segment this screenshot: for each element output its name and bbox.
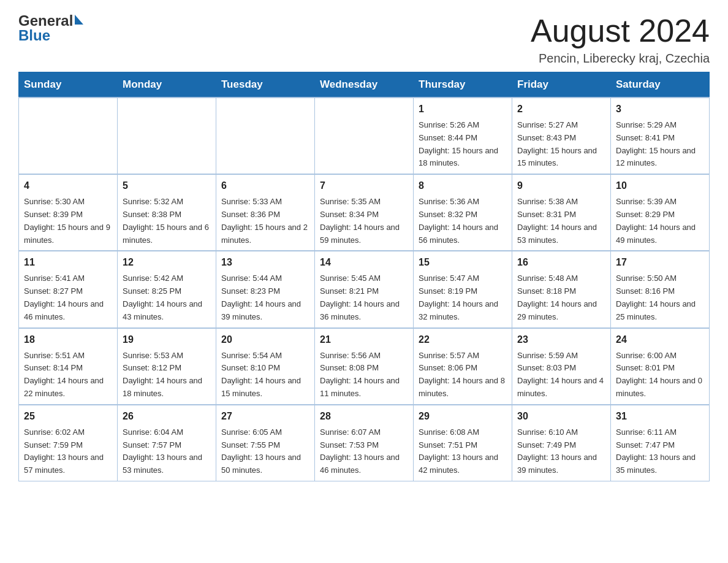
day-info: Sunrise: 5:27 AM Sunset: 8:43 PM Dayligh… <box>517 119 605 170</box>
day-info: Sunrise: 6:05 AM Sunset: 7:55 PM Dayligh… <box>221 426 309 477</box>
day-number: 24 <box>616 332 704 347</box>
calendar-cell: 2Sunrise: 5:27 AM Sunset: 8:43 PM Daylig… <box>512 98 611 174</box>
day-number: 5 <box>123 178 211 193</box>
calendar-cell: 7Sunrise: 5:35 AM Sunset: 8:34 PM Daylig… <box>315 174 414 251</box>
calendar-cell: 19Sunrise: 5:53 AM Sunset: 8:12 PM Dayli… <box>118 328 216 405</box>
calendar-cell: 16Sunrise: 5:48 AM Sunset: 8:18 PM Dayli… <box>512 251 611 327</box>
calendar-cell: 13Sunrise: 5:44 AM Sunset: 8:23 PM Dayli… <box>216 251 315 327</box>
calendar-header-monday: Monday <box>118 72 216 98</box>
day-info: Sunrise: 5:56 AM Sunset: 8:08 PM Dayligh… <box>320 350 408 400</box>
day-number: 30 <box>517 409 605 424</box>
calendar-cell: 4Sunrise: 5:30 AM Sunset: 8:39 PM Daylig… <box>19 174 118 251</box>
calendar-cell: 23Sunrise: 5:59 AM Sunset: 8:03 PM Dayli… <box>512 328 611 405</box>
calendar-header-friday: Friday <box>512 72 611 98</box>
day-number: 28 <box>320 409 408 424</box>
day-info: Sunrise: 5:53 AM Sunset: 8:12 PM Dayligh… <box>123 350 211 400</box>
day-info: Sunrise: 5:35 AM Sunset: 8:34 PM Dayligh… <box>320 196 408 247</box>
calendar-cell: 28Sunrise: 6:07 AM Sunset: 7:53 PM Dayli… <box>315 405 414 481</box>
calendar-cell: 29Sunrise: 6:08 AM Sunset: 7:51 PM Dayli… <box>414 405 512 481</box>
calendar-cell: 3Sunrise: 5:29 AM Sunset: 8:41 PM Daylig… <box>611 98 710 174</box>
day-number: 18 <box>24 332 112 347</box>
day-number: 4 <box>24 178 112 193</box>
day-number: 16 <box>517 255 605 270</box>
day-number: 23 <box>517 332 605 347</box>
day-number: 19 <box>123 332 211 347</box>
calendar-cell: 1Sunrise: 5:26 AM Sunset: 8:44 PM Daylig… <box>414 98 512 174</box>
calendar-cell: 14Sunrise: 5:45 AM Sunset: 8:21 PM Dayli… <box>315 251 414 327</box>
day-info: Sunrise: 5:45 AM Sunset: 8:21 PM Dayligh… <box>320 272 408 323</box>
day-info: Sunrise: 5:47 AM Sunset: 8:19 PM Dayligh… <box>419 272 507 323</box>
day-info: Sunrise: 5:50 AM Sunset: 8:16 PM Dayligh… <box>616 272 704 323</box>
day-info: Sunrise: 5:44 AM Sunset: 8:23 PM Dayligh… <box>221 272 309 323</box>
day-number: 15 <box>419 255 507 270</box>
calendar-cell: 6Sunrise: 5:33 AM Sunset: 8:36 PM Daylig… <box>216 174 315 251</box>
day-info: Sunrise: 5:26 AM Sunset: 8:44 PM Dayligh… <box>419 119 507 170</box>
logo: General Blue <box>18 12 83 44</box>
day-info: Sunrise: 5:33 AM Sunset: 8:36 PM Dayligh… <box>221 196 309 247</box>
day-number: 6 <box>221 178 309 193</box>
calendar-week-row: 18Sunrise: 5:51 AM Sunset: 8:14 PM Dayli… <box>19 328 710 405</box>
calendar-cell: 25Sunrise: 6:02 AM Sunset: 7:59 PM Dayli… <box>19 405 118 481</box>
calendar-cell: 30Sunrise: 6:10 AM Sunset: 7:49 PM Dayli… <box>512 405 611 481</box>
calendar-cell <box>118 98 216 174</box>
calendar-week-row: 11Sunrise: 5:41 AM Sunset: 8:27 PM Dayli… <box>19 251 710 327</box>
calendar-cell: 27Sunrise: 6:05 AM Sunset: 7:55 PM Dayli… <box>216 405 315 481</box>
day-info: Sunrise: 5:32 AM Sunset: 8:38 PM Dayligh… <box>123 196 211 247</box>
calendar-cell: 9Sunrise: 5:38 AM Sunset: 8:31 PM Daylig… <box>512 174 611 251</box>
calendar-header-saturday: Saturday <box>611 72 710 98</box>
page-header: General Blue August 2024 Pencin, Liberec… <box>18 12 710 66</box>
day-number: 13 <box>221 255 309 270</box>
day-number: 2 <box>517 102 605 117</box>
day-number: 1 <box>419 102 507 117</box>
day-number: 21 <box>320 332 408 347</box>
calendar-header-thursday: Thursday <box>414 72 512 98</box>
day-number: 3 <box>616 102 704 117</box>
day-number: 22 <box>419 332 507 347</box>
calendar-cell: 20Sunrise: 5:54 AM Sunset: 8:10 PM Dayli… <box>216 328 315 405</box>
day-number: 14 <box>320 255 408 270</box>
day-number: 29 <box>419 409 507 424</box>
calendar-cell: 26Sunrise: 6:04 AM Sunset: 7:57 PM Dayli… <box>118 405 216 481</box>
calendar-cell: 12Sunrise: 5:42 AM Sunset: 8:25 PM Dayli… <box>118 251 216 327</box>
calendar-cell: 18Sunrise: 5:51 AM Sunset: 8:14 PM Dayli… <box>19 328 118 405</box>
day-info: Sunrise: 5:51 AM Sunset: 8:14 PM Dayligh… <box>24 350 112 400</box>
calendar-week-row: 4Sunrise: 5:30 AM Sunset: 8:39 PM Daylig… <box>19 174 710 251</box>
day-info: Sunrise: 5:39 AM Sunset: 8:29 PM Dayligh… <box>616 196 704 247</box>
day-info: Sunrise: 5:41 AM Sunset: 8:27 PM Dayligh… <box>24 272 112 323</box>
title-block: August 2024 Pencin, Liberecky kraj, Czec… <box>531 12 710 66</box>
calendar-cell: 15Sunrise: 5:47 AM Sunset: 8:19 PM Dayli… <box>414 251 512 327</box>
calendar-cell: 22Sunrise: 5:57 AM Sunset: 8:06 PM Dayli… <box>414 328 512 405</box>
calendar-week-row: 25Sunrise: 6:02 AM Sunset: 7:59 PM Dayli… <box>19 405 710 481</box>
calendar-header-sunday: Sunday <box>19 72 118 98</box>
day-info: Sunrise: 5:42 AM Sunset: 8:25 PM Dayligh… <box>123 272 211 323</box>
day-info: Sunrise: 6:10 AM Sunset: 7:49 PM Dayligh… <box>517 426 605 477</box>
day-number: 17 <box>616 255 704 270</box>
calendar-cell <box>216 98 315 174</box>
day-info: Sunrise: 5:57 AM Sunset: 8:06 PM Dayligh… <box>419 350 507 400</box>
day-number: 20 <box>221 332 309 347</box>
day-number: 27 <box>221 409 309 424</box>
day-info: Sunrise: 6:04 AM Sunset: 7:57 PM Dayligh… <box>123 426 211 477</box>
logo-blue-text: Blue <box>18 27 50 44</box>
calendar-week-row: 1Sunrise: 5:26 AM Sunset: 8:44 PM Daylig… <box>19 98 710 174</box>
calendar-cell: 11Sunrise: 5:41 AM Sunset: 8:27 PM Dayli… <box>19 251 118 327</box>
calendar-cell: 21Sunrise: 5:56 AM Sunset: 8:08 PM Dayli… <box>315 328 414 405</box>
day-number: 9 <box>517 178 605 193</box>
day-info: Sunrise: 5:48 AM Sunset: 8:18 PM Dayligh… <box>517 272 605 323</box>
calendar-header-wednesday: Wednesday <box>315 72 414 98</box>
day-info: Sunrise: 5:30 AM Sunset: 8:39 PM Dayligh… <box>24 196 112 247</box>
day-number: 25 <box>24 409 112 424</box>
calendar-cell: 24Sunrise: 6:00 AM Sunset: 8:01 PM Dayli… <box>611 328 710 405</box>
calendar-cell: 31Sunrise: 6:11 AM Sunset: 7:47 PM Dayli… <box>611 405 710 481</box>
calendar-cell: 17Sunrise: 5:50 AM Sunset: 8:16 PM Dayli… <box>611 251 710 327</box>
day-number: 8 <box>419 178 507 193</box>
calendar-cell: 8Sunrise: 5:36 AM Sunset: 8:32 PM Daylig… <box>414 174 512 251</box>
logo-arrow-icon <box>75 15 83 25</box>
calendar-header-tuesday: Tuesday <box>216 72 315 98</box>
day-info: Sunrise: 5:36 AM Sunset: 8:32 PM Dayligh… <box>419 196 507 247</box>
day-info: Sunrise: 5:38 AM Sunset: 8:31 PM Dayligh… <box>517 196 605 247</box>
day-info: Sunrise: 5:59 AM Sunset: 8:03 PM Dayligh… <box>517 350 605 400</box>
calendar-cell: 5Sunrise: 5:32 AM Sunset: 8:38 PM Daylig… <box>118 174 216 251</box>
day-info: Sunrise: 6:08 AM Sunset: 7:51 PM Dayligh… <box>419 426 507 477</box>
location-subtitle: Pencin, Liberecky kraj, Czechia <box>531 52 710 66</box>
